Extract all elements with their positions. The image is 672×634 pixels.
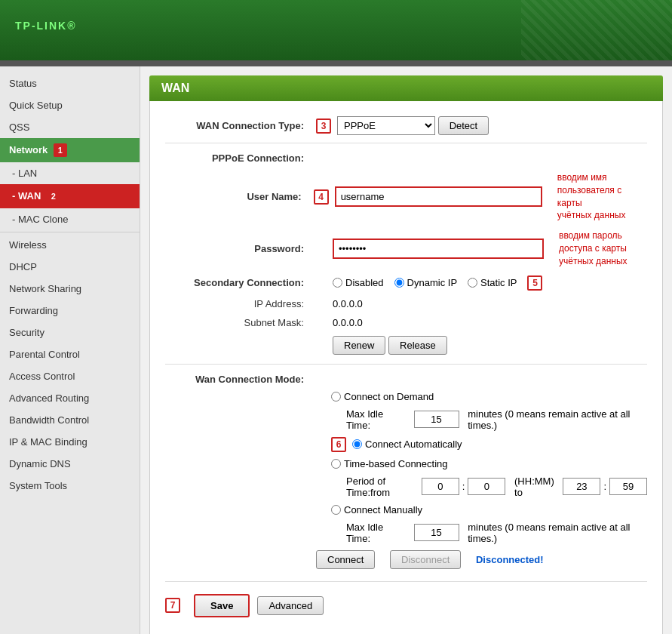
content-area: WAN Connection Type: 3 PPPoE Dynamic IP … [149, 101, 663, 634]
step-3-badge: 3 [316, 118, 331, 134]
max-idle-label-1: Max Idle Time: [346, 408, 405, 431]
password-input[interactable] [333, 239, 544, 259]
time-to-1-input[interactable] [563, 478, 600, 495]
sidebar-item-qss[interactable]: QSS [0, 116, 140, 138]
connect-on-demand-label: Connect on Demand [344, 391, 434, 402]
sidebar-item-advanced-routing[interactable]: Advanced Routing [0, 387, 140, 409]
disabled-option[interactable]: Disabled [333, 277, 384, 288]
logo-text: TP-LINK [15, 20, 67, 32]
dynamic-ip-radio[interactable] [394, 278, 404, 288]
ip-address-label: IP Address: [165, 298, 316, 309]
main-content: WAN WAN Connection Type: 3 PPPoE Dynamic… [140, 66, 672, 634]
step-5-badge: 5 [527, 275, 542, 291]
ip-address-row: IP Address: 0.0.0.0 [165, 298, 647, 309]
connect-manually-label: Connect Manually [344, 504, 422, 516]
max-idle-time-row-2: Max Idle Time: minutes (0 means remain a… [346, 522, 647, 544]
sidebar-item-ip-mac-binding[interactable]: IP & MAC Binding [0, 431, 140, 453]
renew-button[interactable]: Renew [333, 336, 385, 355]
sidebar-divider-1 [0, 232, 140, 232]
wan-connection-type-row: WAN Connection Type: 3 PPPoE Dynamic IP … [165, 116, 647, 135]
dynamic-ip-label: Dynamic IP [407, 277, 457, 288]
pppoe-section: PPPoE Connection: User Name: 4 вводим им… [165, 143, 647, 355]
connect-automatically-row: 6 Connect Automatically [331, 437, 647, 452]
time-based-connecting-row: Time-based Connecting [331, 458, 647, 469]
header-divider [0, 60, 672, 66]
connect-manually-row: Connect Manually [331, 504, 647, 516]
period-of-time-row: Period of Time:from : (HH:MM) to : [346, 476, 647, 498]
detect-button[interactable]: Detect [438, 116, 489, 135]
connect-automatically-label: Connect Automatically [365, 439, 462, 450]
pppoe-connection-label: PPPoE Connection: [165, 152, 316, 164]
logo: TP-LINK® [15, 14, 77, 46]
dynamic-ip-option[interactable]: Dynamic IP [394, 277, 457, 288]
max-idle-input-1[interactable] [414, 411, 459, 428]
sidebar-item-system-tools[interactable]: System Tools [0, 475, 140, 497]
static-ip-radio[interactable] [468, 278, 477, 288]
release-button[interactable]: Release [388, 336, 447, 355]
max-idle-note-1: minutes (0 means remain active at all ti… [468, 408, 647, 431]
time-to-label: (HH:MM) to [514, 476, 554, 498]
sidebar-item-bandwidth-control[interactable]: Bandwidth Control [0, 409, 140, 431]
time-based-radio[interactable] [331, 459, 341, 469]
max-idle-note-2: minutes (0 means remain active at all ti… [468, 522, 647, 544]
wan-badge: 2 [47, 189, 60, 203]
username-label: User Name: [165, 191, 314, 202]
sidebar-item-quick-setup[interactable]: Quick Setup [0, 94, 140, 116]
disconnect-button[interactable]: Disconnect [390, 550, 461, 569]
connect-disconnect-row: Connect Disconnect Disconnected! [316, 550, 647, 569]
password-label: Password: [165, 243, 316, 254]
disabled-label: Disabled [345, 277, 384, 288]
sidebar-item-forwarding[interactable]: Forwarding [0, 300, 140, 322]
connect-manually-radio[interactable] [331, 505, 341, 515]
advanced-button[interactable]: Advanced [257, 596, 324, 615]
sidebar-item-lan[interactable]: - LAN [0, 162, 140, 184]
max-idle-input-2[interactable] [414, 524, 459, 541]
pppoe-connection-row: PPPoE Connection: [165, 152, 647, 164]
sidebar-item-dynamic-dns[interactable]: Dynamic DNS [0, 453, 140, 475]
secondary-connection-options: Disabled Dynamic IP Static IP 5 [333, 275, 548, 291]
username-input[interactable] [335, 186, 542, 207]
time-to-2-input[interactable] [609, 478, 647, 495]
step-7-badge: 7 [165, 598, 180, 613]
sidebar-item-status[interactable]: Status [0, 72, 140, 94]
sidebar-item-network-sharing[interactable]: Network Sharing [0, 278, 140, 300]
annotation-password: вводим парольдоступа с картыучётных данн… [559, 229, 628, 267]
bottom-buttons: 7 Save Advanced [165, 581, 647, 617]
subnet-mask-row: Subnet Mask: 0.0.0.0 [165, 317, 647, 328]
layout: Status Quick Setup QSS Network 1 - LAN -… [0, 66, 672, 634]
max-idle-label-2: Max Idle Time: [346, 522, 405, 544]
ip-address-value: 0.0.0.0 [333, 298, 363, 309]
annotation-username: вводим имяпользователя с картыучётных да… [557, 171, 647, 222]
wan-mode-label-row: Wan Connection Mode: [165, 374, 647, 385]
page-title: WAN [149, 75, 663, 101]
period-label: Period of Time:from [346, 476, 413, 498]
wan-connection-type-select[interactable]: PPPoE Dynamic IP Static IP L2TP PPTP [337, 116, 435, 135]
static-ip-option[interactable]: Static IP [468, 277, 517, 288]
time-based-label: Time-based Connecting [344, 458, 448, 469]
sidebar-item-wireless[interactable]: Wireless [0, 234, 140, 256]
connect-automatically-radio[interactable] [352, 439, 362, 449]
time-from-1-input[interactable] [422, 478, 459, 495]
subnet-mask-value: 0.0.0.0 [333, 317, 363, 328]
step-4-badge: 4 [314, 189, 329, 205]
sidebar-item-security[interactable]: Security [0, 322, 140, 343]
subnet-mask-label: Subnet Mask: [165, 317, 316, 328]
username-row: User Name: 4 вводим имяпользователя с ка… [165, 171, 647, 222]
connect-on-demand-radio[interactable] [331, 392, 341, 402]
sidebar-item-access-control[interactable]: Access Control [0, 365, 140, 387]
save-button[interactable]: Save [194, 594, 250, 617]
sidebar-item-wan[interactable]: - WAN 2 [0, 184, 140, 208]
time-from-2-input[interactable] [468, 478, 505, 495]
sidebar-item-dhcp[interactable]: DHCP [0, 256, 140, 278]
sidebar-item-parental-control[interactable]: Parental Control [0, 343, 140, 365]
wan-connection-type-label: WAN Connection Type: [165, 120, 316, 131]
static-ip-label: Static IP [480, 277, 517, 288]
disabled-radio[interactable] [333, 278, 342, 288]
step-6-badge: 6 [331, 437, 346, 452]
sidebar-item-mac-clone[interactable]: - MAC Clone [0, 208, 140, 230]
connect-button[interactable]: Connect [316, 550, 375, 569]
renew-release-row: Renew Release [165, 336, 647, 355]
sidebar-item-network[interactable]: Network 1 [0, 138, 140, 162]
secondary-connection-row: Secondary Connection: Disabled Dynamic I… [165, 275, 647, 291]
sidebar: Status Quick Setup QSS Network 1 - LAN -… [0, 66, 140, 634]
